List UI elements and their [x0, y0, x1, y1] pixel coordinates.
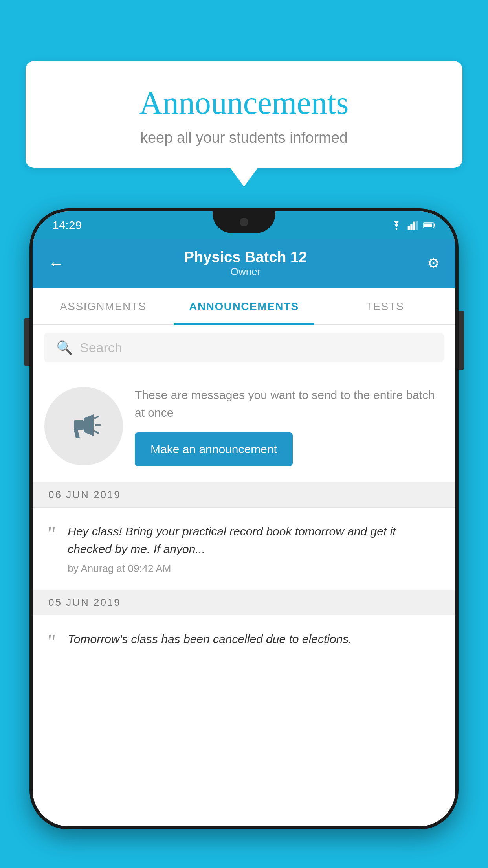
promo-text: These are messages you want to send to t…	[135, 386, 444, 421]
announcement-message-1: Hey class! Bring your practical record b…	[68, 522, 440, 558]
svg-line-8	[95, 416, 99, 418]
svg-rect-3	[416, 221, 418, 230]
app-header: ← Physics Batch 12 Owner ⚙	[33, 239, 455, 288]
speech-bubble: Announcements keep all your students inf…	[26, 61, 462, 168]
tab-assignments[interactable]: ASSIGNMENTS	[33, 288, 174, 324]
phone-inner: 14:29	[33, 211, 455, 826]
announcement-message-2: Tomorrow's class has been cancelled due …	[68, 630, 440, 648]
search-bar[interactable]: 🔍 Search	[44, 333, 444, 362]
status-time: 14:29	[52, 219, 82, 232]
search-placeholder: Search	[80, 340, 122, 355]
svg-rect-7	[74, 420, 84, 430]
header-title-block: Physics Batch 12 Owner	[184, 249, 307, 278]
svg-rect-6	[424, 223, 432, 227]
svg-rect-0	[408, 226, 410, 230]
promo-section: These are messages you want to send to t…	[33, 370, 455, 482]
announcement-icon-circle	[44, 387, 123, 465]
quote-icon-2: "	[48, 630, 56, 652]
announcement-item-2: " Tomorrow's class has been cancelled du…	[33, 615, 455, 668]
wifi-icon	[390, 221, 403, 230]
camera-dot	[240, 218, 248, 226]
announcement-meta-1: by Anurag at 09:42 AM	[68, 563, 440, 575]
tab-announcements[interactable]: ANNOUNCEMENTS	[174, 288, 315, 324]
megaphone-icon	[64, 406, 103, 446]
announcement-content-1: Hey class! Bring your practical record b…	[68, 522, 440, 575]
batch-title: Physics Batch 12	[184, 249, 307, 266]
battery-icon	[423, 221, 436, 229]
phone-frame: 14:29	[29, 208, 459, 829]
search-icon: 🔍	[56, 340, 73, 355]
announcement-content-2: Tomorrow's class has been cancelled due …	[68, 630, 440, 653]
speech-bubble-container: Announcements keep all your students inf…	[26, 61, 462, 168]
date-separator-june5: 05 JUN 2019	[33, 590, 455, 615]
speech-bubble-title: Announcements	[57, 85, 431, 121]
phone-wrapper: 14:29	[29, 208, 459, 868]
svg-rect-5	[434, 224, 435, 227]
tabs-bar: ASSIGNMENTS ANNOUNCEMENTS TESTS	[33, 288, 455, 325]
status-icons	[390, 221, 436, 230]
signal-icon	[407, 221, 418, 230]
back-button[interactable]: ←	[48, 255, 64, 272]
notch	[213, 211, 275, 233]
svg-rect-2	[413, 222, 415, 230]
announcement-item-1: " Hey class! Bring your practical record…	[33, 508, 455, 590]
search-container: 🔍 Search	[33, 325, 455, 370]
svg-line-10	[95, 431, 99, 433]
settings-icon[interactable]: ⚙	[427, 255, 440, 272]
svg-rect-1	[410, 224, 412, 230]
tab-tests[interactable]: TESTS	[314, 288, 455, 324]
promo-content: These are messages you want to send to t…	[135, 386, 444, 466]
owner-subtitle: Owner	[184, 266, 307, 278]
date-separator-june6: 06 JUN 2019	[33, 482, 455, 508]
speech-bubble-subtitle: keep all your students informed	[57, 129, 431, 146]
make-announcement-button[interactable]: Make an announcement	[135, 432, 293, 466]
status-bar: 14:29	[33, 211, 455, 239]
quote-icon-1: "	[48, 522, 56, 544]
